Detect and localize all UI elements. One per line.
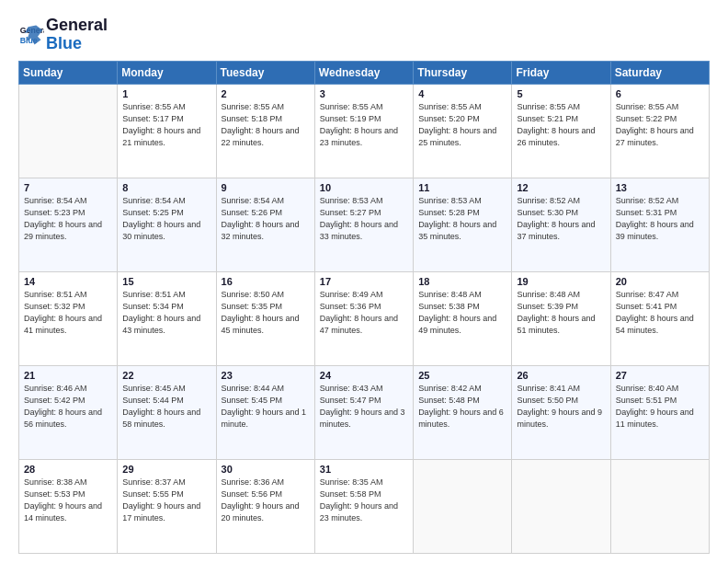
calendar-week-row: 28Sunrise: 8:38 AMSunset: 5:53 PMDayligh… — [19, 459, 710, 553]
day-info: Sunrise: 8:55 AMSunset: 5:18 PMDaylight:… — [222, 101, 310, 149]
logo: General Blue General Blue — [18, 17, 108, 53]
day-info: Sunrise: 8:47 AMSunset: 5:41 PMDaylight:… — [616, 289, 704, 337]
calendar-day: 27Sunrise: 8:40 AMSunset: 5:51 PMDayligh… — [610, 365, 709, 459]
weekday-header-friday: Friday — [512, 61, 610, 84]
calendar-day: 23Sunrise: 8:44 AMSunset: 5:45 PMDayligh… — [216, 365, 314, 459]
day-number: 1 — [122, 88, 210, 99]
calendar-day: 9Sunrise: 8:54 AMSunset: 5:26 PMDaylight… — [216, 178, 314, 271]
day-info: Sunrise: 8:48 AMSunset: 5:38 PMDaylight:… — [418, 289, 506, 337]
weekday-header-saturday: Saturday — [610, 61, 709, 84]
weekday-header-thursday: Thursday — [414, 61, 512, 84]
day-info: Sunrise: 8:44 AMSunset: 5:45 PMDaylight:… — [222, 383, 310, 431]
day-number: 30 — [222, 464, 310, 475]
day-number: 18 — [418, 276, 506, 287]
calendar-day: 16Sunrise: 8:50 AMSunset: 5:35 PMDayligh… — [216, 271, 314, 365]
calendar-day: 30Sunrise: 8:36 AMSunset: 5:56 PMDayligh… — [216, 459, 314, 553]
calendar-day: 5Sunrise: 8:55 AMSunset: 5:21 PMDaylight… — [512, 84, 610, 178]
day-info: Sunrise: 8:53 AMSunset: 5:28 PMDaylight:… — [418, 195, 506, 243]
day-info: Sunrise: 8:36 AMSunset: 5:56 PMDaylight:… — [222, 477, 310, 524]
calendar-week-row: 14Sunrise: 8:51 AMSunset: 5:32 PMDayligh… — [19, 271, 710, 365]
calendar-day: 2Sunrise: 8:55 AMSunset: 5:18 PMDaylight… — [216, 84, 314, 178]
day-info: Sunrise: 8:48 AMSunset: 5:39 PMDaylight:… — [517, 289, 605, 337]
day-info: Sunrise: 8:50 AMSunset: 5:35 PMDaylight:… — [222, 289, 310, 337]
calendar-week-row: 7Sunrise: 8:54 AMSunset: 5:23 PMDaylight… — [19, 178, 710, 271]
calendar-day — [610, 459, 709, 553]
day-info: Sunrise: 8:46 AMSunset: 5:42 PMDaylight:… — [24, 383, 112, 431]
calendar-day: 1Sunrise: 8:55 AMSunset: 5:17 PMDaylight… — [118, 84, 216, 178]
day-number: 16 — [222, 276, 310, 287]
day-info: Sunrise: 8:38 AMSunset: 5:53 PMDaylight:… — [24, 477, 112, 524]
calendar-day: 19Sunrise: 8:48 AMSunset: 5:39 PMDayligh… — [512, 271, 610, 365]
calendar-day: 22Sunrise: 8:45 AMSunset: 5:44 PMDayligh… — [118, 365, 216, 459]
calendar-day: 4Sunrise: 8:55 AMSunset: 5:20 PMDaylight… — [414, 84, 512, 178]
day-number: 2 — [222, 88, 310, 99]
calendar-day: 10Sunrise: 8:53 AMSunset: 5:27 PMDayligh… — [314, 178, 413, 271]
calendar-day — [19, 84, 118, 178]
calendar-day: 21Sunrise: 8:46 AMSunset: 5:42 PMDayligh… — [19, 365, 118, 459]
day-info: Sunrise: 8:54 AMSunset: 5:23 PMDaylight:… — [24, 195, 112, 243]
header: General Blue General Blue — [18, 17, 710, 53]
logo-text-blue: Blue — [46, 35, 108, 53]
day-info: Sunrise: 8:40 AMSunset: 5:51 PMDaylight:… — [616, 383, 704, 431]
day-number: 20 — [616, 276, 704, 287]
day-number: 25 — [418, 370, 506, 381]
day-number: 8 — [122, 182, 210, 193]
day-number: 21 — [24, 370, 112, 381]
calendar-day: 28Sunrise: 8:38 AMSunset: 5:53 PMDayligh… — [19, 459, 118, 553]
weekday-header-monday: Monday — [118, 61, 216, 84]
calendar-day: 25Sunrise: 8:42 AMSunset: 5:48 PMDayligh… — [414, 365, 512, 459]
day-info: Sunrise: 8:45 AMSunset: 5:44 PMDaylight:… — [122, 383, 210, 431]
day-number: 23 — [222, 370, 310, 381]
calendar-day: 13Sunrise: 8:52 AMSunset: 5:31 PMDayligh… — [610, 178, 709, 271]
calendar-day: 17Sunrise: 8:49 AMSunset: 5:36 PMDayligh… — [314, 271, 413, 365]
calendar-day: 31Sunrise: 8:35 AMSunset: 5:58 PMDayligh… — [314, 459, 413, 553]
weekday-header-wednesday: Wednesday — [314, 61, 413, 84]
day-number: 19 — [517, 276, 605, 287]
day-number: 4 — [418, 88, 506, 99]
day-number: 12 — [517, 182, 605, 193]
day-number: 24 — [320, 370, 408, 381]
calendar-day: 11Sunrise: 8:53 AMSunset: 5:28 PMDayligh… — [414, 178, 512, 271]
day-number: 6 — [616, 88, 704, 99]
day-number: 27 — [616, 370, 704, 381]
day-number: 11 — [418, 182, 506, 193]
calendar-day: 12Sunrise: 8:52 AMSunset: 5:30 PMDayligh… — [512, 178, 610, 271]
day-info: Sunrise: 8:35 AMSunset: 5:58 PMDaylight:… — [320, 477, 408, 524]
calendar-day: 18Sunrise: 8:48 AMSunset: 5:38 PMDayligh… — [414, 271, 512, 365]
page: General Blue General Blue SundayMondayTu… — [0, 0, 728, 563]
day-info: Sunrise: 8:54 AMSunset: 5:25 PMDaylight:… — [122, 195, 210, 243]
day-number: 29 — [122, 464, 210, 475]
calendar-body: 1Sunrise: 8:55 AMSunset: 5:17 PMDaylight… — [19, 84, 710, 553]
calendar-day: 26Sunrise: 8:41 AMSunset: 5:50 PMDayligh… — [512, 365, 610, 459]
day-number: 17 — [320, 276, 408, 287]
day-number: 31 — [320, 464, 408, 475]
calendar-day: 29Sunrise: 8:37 AMSunset: 5:55 PMDayligh… — [118, 459, 216, 553]
day-number: 22 — [122, 370, 210, 381]
day-number: 14 — [24, 276, 112, 287]
calendar-day: 24Sunrise: 8:43 AMSunset: 5:47 PMDayligh… — [314, 365, 413, 459]
day-info: Sunrise: 8:42 AMSunset: 5:48 PMDaylight:… — [418, 383, 506, 431]
day-info: Sunrise: 8:51 AMSunset: 5:34 PMDaylight:… — [122, 289, 210, 337]
day-info: Sunrise: 8:53 AMSunset: 5:27 PMDaylight:… — [320, 195, 408, 243]
calendar-day — [414, 459, 512, 553]
weekday-header-row: SundayMondayTuesdayWednesdayThursdayFrid… — [19, 61, 710, 84]
day-info: Sunrise: 8:51 AMSunset: 5:32 PMDaylight:… — [24, 289, 112, 337]
day-info: Sunrise: 8:41 AMSunset: 5:50 PMDaylight:… — [517, 383, 605, 431]
weekday-header-sunday: Sunday — [19, 61, 118, 84]
day-number: 5 — [517, 88, 605, 99]
day-info: Sunrise: 8:52 AMSunset: 5:30 PMDaylight:… — [517, 195, 605, 243]
day-info: Sunrise: 8:43 AMSunset: 5:47 PMDaylight:… — [320, 383, 408, 431]
day-number: 13 — [616, 182, 704, 193]
day-info: Sunrise: 8:55 AMSunset: 5:21 PMDaylight:… — [517, 101, 605, 149]
calendar-week-row: 1Sunrise: 8:55 AMSunset: 5:17 PMDaylight… — [19, 84, 710, 178]
calendar-day: 7Sunrise: 8:54 AMSunset: 5:23 PMDaylight… — [19, 178, 118, 271]
day-number: 26 — [517, 370, 605, 381]
day-info: Sunrise: 8:49 AMSunset: 5:36 PMDaylight:… — [320, 289, 408, 337]
calendar-day: 15Sunrise: 8:51 AMSunset: 5:34 PMDayligh… — [118, 271, 216, 365]
calendar: SundayMondayTuesdayWednesdayThursdayFrid… — [18, 61, 710, 554]
calendar-day: 6Sunrise: 8:55 AMSunset: 5:22 PMDaylight… — [610, 84, 709, 178]
weekday-header-tuesday: Tuesday — [216, 61, 314, 84]
calendar-day: 14Sunrise: 8:51 AMSunset: 5:32 PMDayligh… — [19, 271, 118, 365]
calendar-day: 3Sunrise: 8:55 AMSunset: 5:19 PMDaylight… — [314, 84, 413, 178]
day-info: Sunrise: 8:55 AMSunset: 5:17 PMDaylight:… — [122, 101, 210, 149]
